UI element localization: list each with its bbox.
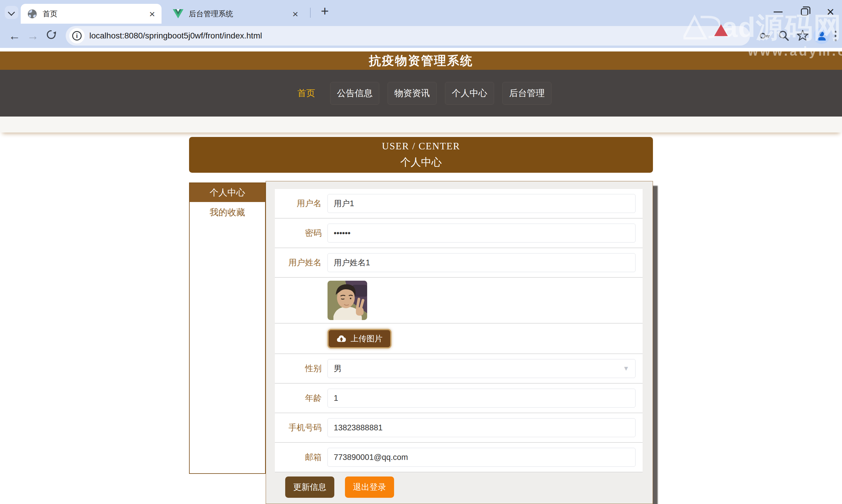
- profile-button[interactable]: [812, 28, 831, 44]
- age-label: 年龄: [275, 393, 327, 404]
- username-input[interactable]: [327, 194, 635, 213]
- form-row-upload: 上传图片: [275, 324, 643, 354]
- password-input[interactable]: [327, 223, 635, 242]
- nav-item-admin[interactable]: 后台管理: [502, 82, 552, 105]
- info-icon: i: [72, 31, 82, 40]
- window-controls: ×: [774, 0, 842, 24]
- browser-tab-home[interactable]: 首页 ×: [21, 4, 162, 24]
- age-input[interactable]: [327, 389, 635, 408]
- nav-item-user-center[interactable]: 个人中心: [445, 82, 494, 105]
- form-row-username: 用户名: [275, 189, 643, 219]
- form-row-phone: 手机号码: [275, 413, 643, 443]
- cloud-upload-icon: [336, 335, 346, 342]
- form-row-password: 密码: [275, 219, 643, 248]
- forward-button[interactable]: →: [24, 29, 42, 42]
- nav-item-announcements[interactable]: 公告信息: [330, 82, 379, 105]
- form-row-email: 邮箱: [275, 443, 643, 472]
- gender-select[interactable]: 男 ▼: [327, 359, 635, 378]
- tab-divider: [310, 8, 311, 18]
- browser-tab-strip: 首页 × 后台管理系统 × + ×: [0, 0, 842, 24]
- tab-close-icon[interactable]: ×: [149, 9, 155, 19]
- site-info-button[interactable]: i: [69, 28, 85, 43]
- window-restore-button[interactable]: [801, 8, 808, 16]
- gender-value: 男: [334, 363, 342, 374]
- window-minimize-button[interactable]: [774, 12, 783, 13]
- browser-toolbar: ← → i localhost:8080/springboot5j0wf/fro…: [0, 24, 842, 48]
- profile-form: 用户名 密码 用户姓名: [275, 189, 643, 472]
- back-button[interactable]: ←: [5, 29, 24, 42]
- tab-search-button[interactable]: [5, 6, 18, 19]
- site-header: 抗疫物资管理系统: [0, 52, 842, 70]
- globe-icon: [27, 9, 37, 19]
- url-text[interactable]: localhost:8080/springboot5j0wf/front/ind…: [89, 31, 262, 40]
- reload-button[interactable]: [42, 29, 60, 42]
- password-label: 密码: [275, 228, 327, 239]
- fullname-label: 用户姓名: [275, 257, 327, 268]
- username-label: 用户名: [275, 198, 327, 209]
- reload-icon: [46, 29, 56, 40]
- bookmark-button[interactable]: [793, 30, 812, 42]
- form-row-fullname: 用户姓名: [275, 248, 643, 278]
- upload-image-button[interactable]: 上传图片: [327, 329, 391, 348]
- star-icon: [796, 30, 809, 42]
- gender-label: 性别: [275, 363, 327, 374]
- site-title: 抗疫物资管理系统: [369, 53, 473, 69]
- page-banner: USER / CENTER 个人中心: [189, 137, 653, 173]
- key-icon: [758, 30, 771, 42]
- address-bar[interactable]: i localhost:8080/springboot5j0wf/front/i…: [66, 26, 750, 46]
- form-row-gender: 性别 男 ▼: [275, 354, 643, 384]
- banner-subtitle: USER / CENTER: [382, 141, 460, 152]
- main-navigation: 首页 公告信息 物资资讯 个人中心 后台管理: [0, 70, 842, 116]
- password-manager-button[interactable]: [755, 30, 774, 42]
- vue-icon: [173, 9, 183, 19]
- chevron-down-icon: ▼: [623, 365, 629, 372]
- nav-item-home[interactable]: 首页: [290, 82, 322, 105]
- fullname-input[interactable]: [327, 253, 635, 272]
- form-actions: 更新信息 退出登录: [275, 472, 643, 498]
- sidebar: 个人中心 我的收藏: [189, 182, 266, 474]
- web-page: 抗疫物资管理系统 首页 公告信息 物资资讯 个人中心 后台管理 USER / C…: [0, 48, 842, 504]
- profile-form-panel: 用户名 密码 用户姓名: [266, 181, 653, 504]
- tab-close-icon[interactable]: ×: [292, 9, 298, 19]
- email-label: 邮箱: [275, 452, 327, 463]
- nav-item-materials-news[interactable]: 物资资讯: [388, 82, 437, 105]
- zoom-button[interactable]: [774, 30, 793, 42]
- new-tab-button[interactable]: +: [317, 3, 333, 19]
- header-sub-strip: [0, 116, 842, 132]
- phone-label: 手机号码: [275, 422, 327, 433]
- sidebar-item-my-favorites[interactable]: 我的收藏: [190, 202, 265, 223]
- tab-title: 后台管理系统: [189, 9, 292, 19]
- banner-title: 个人中心: [400, 155, 442, 169]
- profile-avatar-icon: [813, 28, 830, 44]
- magnifier-icon: [778, 30, 790, 42]
- tab-title: 首页: [42, 9, 149, 19]
- upload-button-label: 上传图片: [351, 333, 382, 344]
- form-row-avatar: [275, 278, 643, 324]
- logout-button[interactable]: 退出登录: [345, 476, 394, 498]
- update-info-button[interactable]: 更新信息: [285, 476, 334, 498]
- form-row-age: 年龄: [275, 384, 643, 413]
- phone-input[interactable]: [327, 418, 635, 437]
- email-input[interactable]: [327, 448, 635, 467]
- avatar-image: [327, 281, 367, 320]
- browser-menu-button[interactable]: [835, 31, 837, 41]
- browser-tab-admin[interactable]: 后台管理系统 ×: [166, 4, 305, 24]
- sidebar-item-user-center[interactable]: 个人中心: [190, 183, 265, 202]
- window-close-button[interactable]: ×: [827, 5, 834, 18]
- content-area: 个人中心 我的收藏 用户名 密码 用户姓名: [189, 181, 653, 504]
